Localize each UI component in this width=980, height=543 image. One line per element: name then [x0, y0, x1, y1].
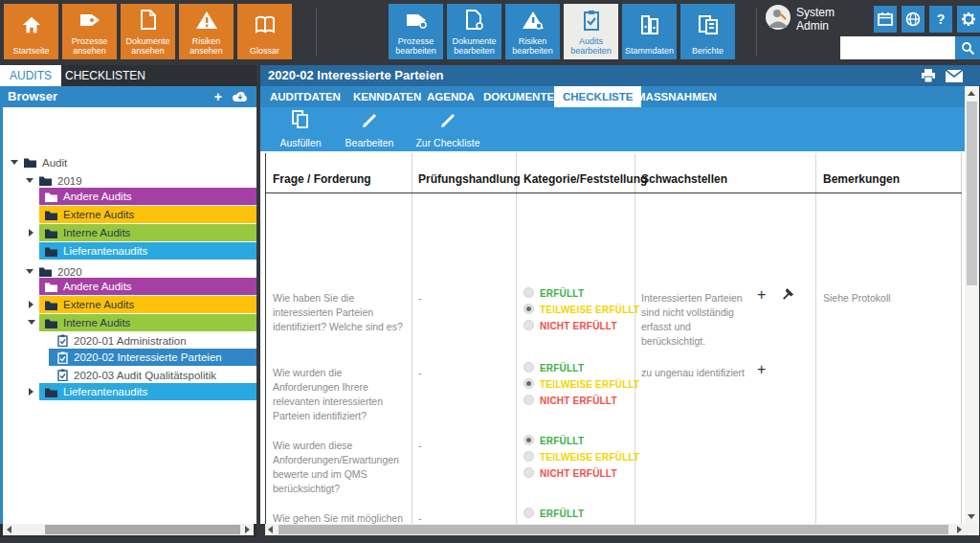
radio-label-teilweise[interactable]: TEILWEISE ERFÜLLT [540, 305, 639, 315]
bearbeiten-button[interactable]: Bearbeiten [339, 110, 400, 148]
tree-label: Lieferantenaudits [63, 245, 147, 257]
radio-erfuellt[interactable] [523, 362, 534, 373]
gear-icon[interactable] [957, 6, 980, 33]
caret-down-icon[interactable] [11, 160, 18, 165]
zur-checkliste-button[interactable]: Zur Checkliste [410, 110, 486, 148]
radio-erfuellt[interactable] [523, 508, 534, 518]
tab-auditdaten[interactable]: AUDITDATEN [261, 86, 349, 107]
tree-item-andere-audits-2020[interactable]: Andere Audits [39, 278, 256, 295]
ausfuellen-button[interactable]: Ausfüllen [272, 110, 329, 148]
copy-icon [292, 110, 309, 133]
prozesse-bearbeiten-label: Prozesse bearbeiten [395, 36, 436, 56]
tree-item-lieferantenaudits-2020[interactable]: Lieferantenaudits [39, 383, 256, 400]
search-icon[interactable] [955, 36, 980, 59]
tree-item-2020-03[interactable]: 2020-03 Audit Qualitätspolitik [57, 366, 256, 384]
glossar-button[interactable]: Glossar [237, 4, 292, 59]
caret-right-icon[interactable] [29, 229, 33, 237]
radio-label-teilweise[interactable]: TEILWEISE ERFÜLLT [540, 379, 639, 390]
caret-down-icon[interactable] [26, 178, 33, 183]
tree-item-externe-audits-2019[interactable]: Externe Audits [39, 206, 256, 223]
tree-item-2020-01[interactable]: 2020-01 Administration [57, 331, 256, 350]
col-header-bemerkungen: Bemerkungen [823, 172, 900, 186]
tree-item-interne-audits-2020[interactable]: Interne Audits [39, 314, 256, 331]
stammdaten-button[interactable]: Stammdaten [622, 4, 677, 59]
dokumente-ansehen-button[interactable]: Dokumente ansehen [121, 4, 175, 59]
caret-down-icon[interactable] [26, 269, 33, 274]
folder-icon [45, 387, 57, 397]
berichte-button[interactable]: Berichte [680, 4, 735, 59]
scrollbar-thumb[interactable] [967, 102, 977, 285]
radio-nicht[interactable] [523, 395, 534, 405]
audits-bearbeiten-label: Audits bearbeiten [570, 36, 612, 56]
tree-item-lieferantenaudits-2019[interactable]: Lieferantenaudits [39, 242, 256, 260]
bemerkung-cell: Siehe Protokoll [823, 291, 952, 305]
radio-label-erfuellt[interactable]: ERFÜLLT [540, 363, 584, 373]
tree-label: 2020-02 Interessierte Parteien [74, 351, 222, 363]
tab-checklisten[interactable]: CHECKLISTEN [56, 65, 155, 86]
mail-icon[interactable] [946, 69, 963, 86]
radio-teilweise[interactable] [523, 378, 534, 389]
scrollbar-thumb[interactable] [45, 525, 240, 534]
tree-item-andere-audits-2019[interactable]: Andere Audits [39, 188, 256, 205]
add-schwachstelle-icon[interactable]: + [757, 286, 766, 304]
radio-label-erfuellt[interactable]: ERFÜLLT [540, 509, 584, 519]
add-icon[interactable]: + [214, 89, 222, 104]
radio-teilweise[interactable] [523, 451, 534, 462]
prozesse-bearbeiten-button[interactable]: Prozesse bearbeiten [389, 4, 443, 59]
radio-label-erfuellt[interactable]: ERFÜLLT [540, 288, 584, 299]
print-icon[interactable] [921, 69, 936, 86]
tree-item-2020-02-selected[interactable]: 2020-02 Interessierte Parteien [49, 349, 256, 366]
risiken-bearbeiten-button[interactable]: Risiken bearbeiten [505, 4, 560, 59]
radio-label-nicht[interactable]: NICHT ERFÜLLT [540, 321, 617, 331]
radio-nicht[interactable] [523, 467, 534, 478]
scroll-left-icon[interactable] [7, 526, 11, 533]
tab-agenda[interactable]: AGENDA [418, 86, 483, 107]
radio-label-teilweise[interactable]: TEILWEISE ERFÜLLT [540, 452, 639, 463]
scroll-right-icon[interactable] [245, 526, 250, 533]
calendar-icon[interactable] [874, 6, 897, 33]
tree-item-audit[interactable]: Audit [3, 153, 256, 171]
dokumente-bearbeiten-button[interactable]: Dokumente bearbeiten [447, 4, 501, 59]
audit-doc-icon [57, 334, 68, 347]
sidebar-horizontal-scrollbar[interactable] [3, 524, 254, 535]
audits-bearbeiten-button[interactable]: Audits bearbeiten [564, 4, 618, 59]
help-icon[interactable]: ? [929, 6, 952, 33]
risiken-ansehen-button[interactable]: Risiken ansehen [179, 4, 234, 59]
radio-erfuellt[interactable] [523, 287, 534, 298]
radio-teilweise[interactable] [523, 304, 534, 314]
toolbar-separator-2 [756, 8, 757, 56]
dokumente-ansehen-label: Dokumente ansehen [125, 36, 169, 56]
caret-down-icon[interactable] [28, 320, 35, 325]
startseite-button[interactable]: Startseite [4, 4, 58, 59]
hammer-icon[interactable] [780, 287, 794, 305]
caret-right-icon[interactable] [29, 388, 33, 396]
add-schwachstelle-icon[interactable]: + [757, 361, 766, 378]
search-input[interactable] [840, 36, 955, 59]
scrollbar-thumb[interactable] [278, 525, 948, 534]
pruefung-cell: - [418, 291, 422, 305]
detail-horizontal-scrollbar[interactable] [265, 524, 965, 535]
document-edit-icon [447, 4, 501, 36]
radio-label-erfuellt[interactable]: ERFÜLLT [540, 436, 584, 446]
tab-massnahmen[interactable]: MASSNAHMEN [628, 86, 725, 107]
cloud-download-icon[interactable] [232, 90, 249, 105]
avatar[interactable] [766, 5, 791, 34]
scroll-right-icon[interactable] [957, 526, 962, 533]
radio-label-nicht[interactable]: NICHT ERFÜLLT [540, 468, 617, 479]
warning-icon [179, 4, 234, 36]
tree-item-externe-audits-2020[interactable]: Externe Audits [39, 296, 256, 313]
detail-vertical-scrollbar[interactable] [965, 86, 979, 524]
tab-kenndaten[interactable]: KENNDATEN [345, 86, 430, 107]
scroll-up-icon[interactable] [968, 91, 975, 96]
prozesse-ansehen-button[interactable]: Prozesse ansehen [62, 4, 117, 59]
tab-dokumente[interactable]: DOKUMENTE [475, 86, 563, 107]
tree-item-interne-audits-2019[interactable]: Interne Audits [39, 224, 256, 241]
tab-audits[interactable]: AUDITS [0, 65, 61, 86]
radio-nicht[interactable] [523, 320, 534, 330]
scroll-down-icon[interactable] [968, 514, 975, 519]
radio-label-nicht[interactable]: NICHT ERFÜLLT [540, 396, 617, 406]
scroll-left-icon[interactable] [268, 526, 273, 533]
globe-icon[interactable] [902, 6, 924, 33]
radio-erfuellt[interactable] [523, 435, 534, 445]
caret-right-icon[interactable] [29, 301, 33, 308]
